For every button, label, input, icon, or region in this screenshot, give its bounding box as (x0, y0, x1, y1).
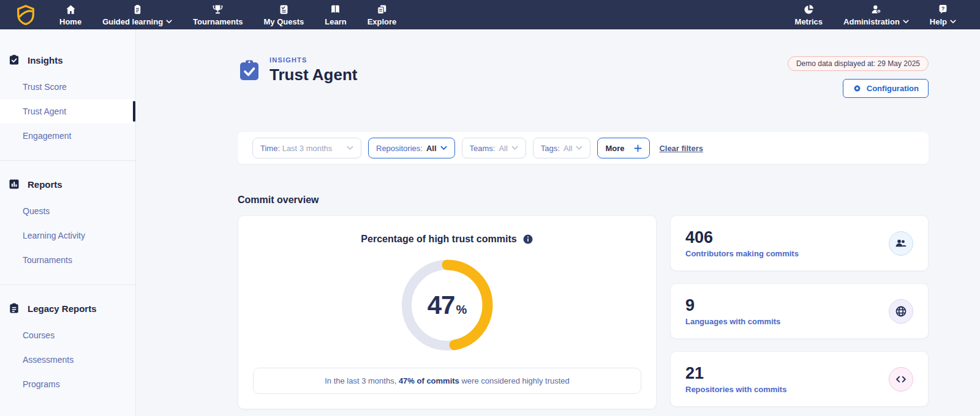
legacy-reports-icon (8, 302, 20, 314)
nav-item-my-quests[interactable]: My Quests (253, 0, 314, 29)
nav-item-metrics[interactable]: Metrics (785, 0, 834, 29)
repositories-icon-badge (889, 367, 913, 392)
sidebar-section-reports: Reports (0, 176, 135, 199)
chevron-down-icon (950, 20, 956, 24)
donut-value: 47 (428, 291, 455, 320)
page-header: INSIGHTS Trust Agent Demo data displayed… (238, 56, 929, 98)
repositories-label: Repositories with commits (685, 385, 786, 394)
plus-icon (634, 144, 642, 152)
section-title: Reports (28, 179, 62, 190)
chart-title: Percentage of high trust commits (361, 234, 516, 245)
time-filter-label: Time: (260, 144, 280, 153)
tags-filter-dropdown[interactable]: Tags: All (533, 138, 591, 158)
nav-item-administration[interactable]: Administration (833, 0, 919, 29)
chevron-down-icon (576, 146, 582, 150)
page-eyebrow: INSIGHTS (270, 56, 357, 64)
sidebar-item-label: Learning Activity (23, 231, 85, 240)
chevron-down-icon (440, 146, 447, 150)
donut-center-label: 47 % (401, 259, 493, 351)
chevron-down-icon (166, 20, 172, 24)
chevron-down-icon (347, 146, 353, 150)
nav-item-learn[interactable]: Learn (314, 0, 356, 29)
languages-label: Languages with commits (685, 317, 780, 326)
time-filter-dropdown[interactable]: Time: Last 3 months (252, 138, 361, 158)
tags-filter-value: All (564, 144, 572, 153)
configuration-label: Configuration (867, 84, 919, 93)
repositories-stat-card: 21 Repositories with commits (670, 351, 929, 407)
code-icon (894, 373, 908, 386)
high-trust-commits-card: Percentage of high trust commits 47 % (238, 215, 657, 409)
sidebar-divider (0, 284, 135, 285)
sidebar-item-trust-agent[interactable]: Trust Agent (0, 99, 135, 124)
contributors-label: Contributors making commits (685, 249, 799, 258)
demo-data-badge: Demo data displayed at: 29 May 2025 (788, 56, 929, 71)
chart-title-row: Percentage of high trust commits (361, 234, 533, 245)
sidebar-item-courses[interactable]: Courses (0, 323, 135, 347)
shield-logo-icon (15, 4, 36, 25)
chart-note: In the last 3 months, 47% of commits wer… (253, 368, 641, 394)
guided-learning-icon (132, 4, 143, 15)
contributors-value: 406 (685, 228, 799, 247)
stats-column: 406 Contributors making commits 9 Langua… (670, 215, 929, 409)
learn-icon (330, 4, 341, 15)
sidebar-item-label: Courses (23, 330, 55, 340)
sidebar-item-assessments[interactable]: Assessments (0, 347, 135, 372)
page-header-left: INSIGHTS Trust Agent (238, 56, 357, 84)
nav-item-home[interactable]: Home (49, 0, 92, 29)
gear-icon (853, 84, 862, 93)
commit-overview-heading: Commit overview (238, 195, 929, 206)
chevron-down-icon (903, 20, 909, 24)
more-filters-label: More (605, 144, 624, 153)
insights-icon (8, 54, 20, 66)
sidebar-item-label: Programs (23, 379, 60, 389)
top-navbar: Home Guided learning Tournaments My Ques… (0, 0, 980, 29)
reports-icon (8, 178, 20, 190)
clear-filters-link[interactable]: Clear filters (659, 144, 703, 153)
languages-stat-card: 9 Languages with commits (670, 283, 929, 339)
more-filters-button[interactable]: More (597, 138, 650, 158)
main-content: INSIGHTS Trust Agent Demo data displayed… (136, 29, 980, 416)
nav-label: Home (59, 17, 81, 26)
svg-text:?: ? (941, 6, 945, 12)
nav-item-help[interactable]: ? Help (919, 0, 967, 29)
languages-value: 9 (685, 296, 780, 315)
commit-overview-grid: Percentage of high trust commits 47 % (238, 215, 929, 409)
configuration-button[interactable]: Configuration (843, 79, 929, 98)
teams-filter-dropdown[interactable]: Teams: All (462, 138, 526, 158)
sidebar-item-tournaments[interactable]: Tournaments (0, 248, 135, 272)
administration-icon (870, 4, 882, 15)
explore-icon (376, 4, 388, 15)
nav-item-explore[interactable]: Explore (357, 0, 407, 29)
repositories-filter-label: Repositories: (376, 144, 423, 153)
time-filter-value: Last 3 months (282, 144, 333, 153)
repositories-filter-dropdown[interactable]: Repositories: All (368, 138, 455, 158)
sidebar-item-quests[interactable]: Quests (0, 199, 135, 223)
nav-label: Metrics (795, 17, 823, 26)
tags-filter-label: Tags: (541, 144, 560, 153)
nav-item-guided-learning[interactable]: Guided learning (92, 0, 183, 29)
globe-icon (894, 305, 908, 318)
sidebar-item-label: Trust Score (23, 82, 67, 92)
info-icon[interactable] (522, 234, 533, 245)
teams-filter-label: Teams: (470, 144, 496, 153)
sidebar-item-learning-activity[interactable]: Learning Activity (0, 223, 135, 248)
sidebar-item-label: Assessments (23, 355, 74, 365)
repositories-value: 21 (685, 364, 786, 383)
sidebar-item-trust-score[interactable]: Trust Score (0, 75, 135, 99)
page-title: Trust Agent (270, 65, 357, 84)
sidebar-item-programs[interactable]: Programs (0, 372, 135, 396)
sidebar-item-label: Engagement (23, 131, 71, 141)
sidebar-item-engagement[interactable]: Engagement (0, 124, 135, 148)
section-title: Legacy Reports (28, 303, 97, 314)
nav-label: Tournaments (193, 17, 243, 26)
trust-agent-page-icon (238, 59, 261, 82)
sidebar-section-insights: Insights (0, 51, 135, 75)
home-icon (65, 4, 77, 15)
nav-label: Administration (843, 17, 900, 26)
sidebar-item-label: Trust Agent (23, 106, 66, 116)
nav-item-tournaments[interactable]: Tournaments (183, 0, 253, 29)
brand-logo[interactable] (13, 2, 38, 27)
contributors-stat-card: 406 Contributors making commits (670, 215, 929, 271)
sidebar-item-label: Tournaments (23, 255, 72, 265)
chart-note-prefix: In the last 3 months, (325, 376, 399, 385)
